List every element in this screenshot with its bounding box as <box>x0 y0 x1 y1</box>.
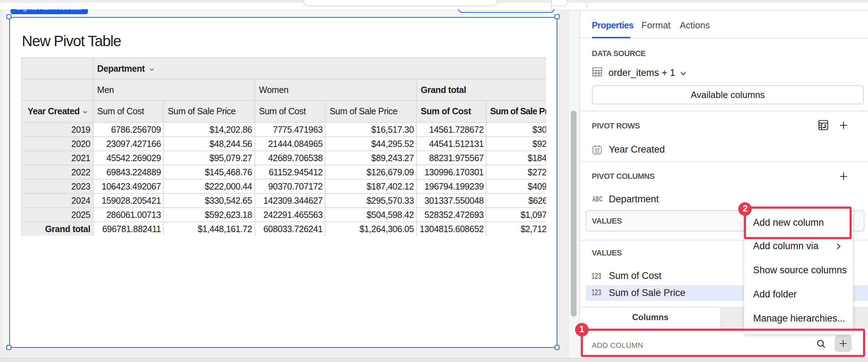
svg-text:31: 31 <box>594 149 599 154</box>
